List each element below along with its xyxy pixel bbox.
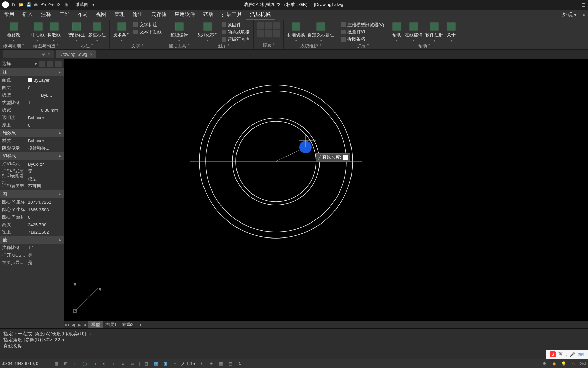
grid-icon[interactable]: ▦	[53, 361, 59, 367]
ribbon-row-5-1[interactable]: 轴承及联接	[222, 29, 250, 35]
prop-row[interactable]: 打印表附着到模型	[0, 175, 64, 183]
new-icon[interactable]: 🗋	[11, 2, 16, 7]
layout-next-icon[interactable]: ▶	[76, 322, 82, 327]
open-icon[interactable]: 📂	[18, 2, 24, 7]
ime-mic-icon[interactable]: 🎤	[570, 352, 575, 357]
file-tab-drawing1[interactable]: Drawing1.dwg ×	[56, 50, 96, 58]
menu-tab-6[interactable]: 管理	[110, 10, 129, 20]
ribbon-btn-0-0[interactable]: 框修改▾	[7, 22, 20, 42]
palette-section-1[interactable]: 维效果▴	[0, 129, 64, 137]
ws-switch-icon[interactable]: ▦	[218, 361, 224, 367]
ribbon-grid-icon[interactable]	[265, 22, 272, 29]
layout-tab-1[interactable]: 布局1	[103, 321, 119, 328]
transparency-icon[interactable]: ▭	[129, 361, 135, 367]
cyclic-icon[interactable]: ↻	[237, 361, 243, 367]
menu-tab-0[interactable]: 常用	[0, 10, 18, 20]
prop-row[interactable]: 圆心 Y 坐标1666.3588	[0, 206, 64, 213]
ribbon-row-3-1[interactable]: 文本下划线	[133, 29, 162, 35]
ribbon-btn-2-1[interactable]: 多重标注▾	[88, 22, 106, 42]
ribbon-grid-icon[interactable]	[257, 22, 264, 29]
model-icon[interactable]: ▦	[153, 361, 159, 367]
ribbon-btn-9-2[interactable]: 软件注册▾	[425, 22, 443, 42]
menu-tab-1[interactable]: 插入	[18, 10, 37, 20]
pin-icon[interactable]: ⊙	[42, 52, 45, 57]
ime-bar[interactable]: S 英 , 🎤 ⌨	[546, 350, 588, 359]
quickview-icon[interactable]: ▣	[162, 361, 168, 367]
ribbon-row-5-0[interactable]: 紧固件	[222, 22, 250, 28]
ribbon-btn-2-0[interactable]: 智能标注▾	[68, 22, 85, 42]
app-icon[interactable]	[2, 1, 9, 8]
menu-tab-5[interactable]: 视图	[92, 10, 110, 20]
ime-keyboard-icon[interactable]: ⌨	[578, 352, 584, 357]
chevron-down-icon[interactable]: ▾	[574, 12, 577, 18]
appearance-label[interactable]: 外观	[562, 12, 573, 18]
notify-icon[interactable]: ◉	[551, 361, 557, 367]
menu-extra-icon[interactable]: ▫	[583, 12, 585, 18]
annoscale-label[interactable]: 人 1:1 ▾	[181, 361, 195, 367]
menu-tab-7[interactable]: 输出	[129, 10, 147, 20]
menu-tab-9[interactable]: 应用软件	[170, 10, 199, 20]
anno-vis-icon[interactable]: ✶	[199, 361, 205, 367]
ime-lang[interactable]: 英	[558, 351, 563, 357]
palette-section-4[interactable]: 他▴	[0, 236, 64, 244]
prop-row[interactable]: 在原点显...是	[0, 259, 64, 266]
layout-tab-model[interactable]: 模型	[88, 321, 103, 328]
osnap-icon[interactable]: ◻	[91, 361, 97, 367]
menu-tab-2[interactable]: 注释	[37, 10, 55, 20]
lwt-icon[interactable]: ≡	[120, 361, 126, 367]
palette-section-0[interactable]: 规▴	[0, 68, 64, 76]
drawing-canvas[interactable]: Y × ╱ 直线长度: ⏮ ◀ ▶ ⏭ 模型 布局1 布局2 +	[64, 59, 588, 328]
plot-icon[interactable]: 🖶	[33, 2, 39, 7]
prop-row[interactable]: 阴影显示投射和接...	[0, 144, 64, 152]
close-tab-icon[interactable]: ×	[90, 52, 93, 57]
palette-section-3[interactable]: 图▴	[0, 190, 64, 198]
menu-tab-3[interactable]: 三维	[55, 10, 74, 20]
prop-row[interactable]: 线宽0.30 mm	[0, 106, 64, 114]
workspace-drop-icon[interactable]: ▾	[91, 2, 96, 7]
ribbon-row-3-0[interactable]: 文字标注	[133, 22, 162, 28]
dyn-icon[interactable]: ＋	[110, 361, 116, 367]
new-tab-icon[interactable]: ＋	[98, 52, 103, 57]
ortho-icon[interactable]: ∟	[72, 361, 78, 367]
menu-tab-12[interactable]: 浩辰机械	[246, 10, 275, 20]
undo-icon[interactable]: ↶▾	[41, 2, 46, 7]
prop-row[interactable]: 注释比例1:1	[0, 244, 64, 251]
menu-tab-10[interactable]: 帮助	[199, 10, 217, 20]
prop-row[interactable]: 线型比例1	[0, 99, 64, 106]
ribbon-row-8-2[interactable]: 拆图备档	[341, 36, 384, 42]
polar-icon[interactable]: ◯	[82, 361, 88, 367]
prop-row[interactable]: 圆心 Z 坐标0	[0, 213, 64, 221]
ribbon-row-8-0[interactable]: 三维模型浏览器(V)	[341, 22, 384, 28]
layout-prev-icon[interactable]: ◀	[70, 322, 76, 327]
ribbon-btn-4-0[interactable]: 超级编辑▾	[170, 22, 188, 42]
layout-first-icon[interactable]: ⏮	[64, 322, 70, 327]
ribbon-btn-7-0[interactable]: 标准切换▾	[287, 22, 305, 42]
prop-row[interactable]: 宽度7182.1602	[0, 228, 64, 236]
ribbon-btn-1-0[interactable]: 中心线▾	[31, 22, 45, 42]
file-tab-blank[interactable]: ⊙ ×	[3, 50, 54, 58]
ribbon-btn-7-1[interactable]: 自定义标题栏▾	[308, 22, 334, 42]
workspace-icon[interactable]: ◎	[63, 2, 69, 7]
menu-tab-8[interactable]: 云存储	[147, 10, 170, 20]
menu-tab-4[interactable]: 布局	[74, 10, 92, 20]
ribbon-grid-icon[interactable]	[265, 30, 272, 37]
prop-row[interactable]: 打印样式ByColor	[0, 160, 64, 168]
monitor-icon[interactable]: ▤	[227, 361, 233, 367]
prop-row[interactable]: 厚度0	[0, 121, 64, 129]
warn-icon[interactable]: ⚠	[570, 361, 576, 367]
ribbon-row-5-2[interactable]: 超级符号库	[222, 36, 250, 42]
layout-tab-2[interactable]: 布局2	[119, 321, 136, 328]
save-icon[interactable]: 💾	[26, 2, 31, 7]
select-tool3-icon[interactable]	[55, 61, 62, 67]
close-tab-icon[interactable]: ×	[48, 52, 50, 57]
ribbon-btn-9-1[interactable]: 在线咨询▾	[405, 22, 423, 42]
select-tool2-icon[interactable]	[47, 61, 53, 67]
redo-icon[interactable]: ↷▾	[48, 2, 54, 7]
workspace-label[interactable]: 二维草图	[71, 2, 88, 8]
menu-tab-11[interactable]: 扩展工具	[217, 10, 246, 20]
ribbon-btn-9-0[interactable]: 帮助▾	[391, 22, 402, 42]
maximize-icon[interactable]: ◻	[581, 2, 585, 8]
cloud-icon[interactable]: ⟳	[56, 2, 61, 7]
ribbon-btn-3-0[interactable]: 技术条件▾	[113, 22, 131, 42]
prop-row[interactable]: 线型ByL...	[0, 91, 64, 99]
